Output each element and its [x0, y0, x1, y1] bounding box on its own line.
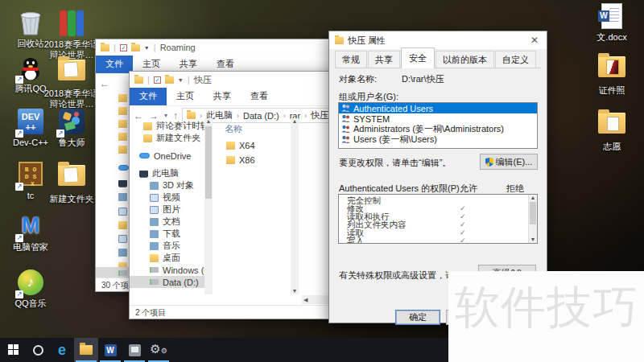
folder-icon [101, 44, 109, 51]
cortana-button[interactable] [26, 338, 50, 362]
desktop-icon-zhengjianzhao[interactable]: 证件照 [581, 51, 642, 96]
nav-item-downloads[interactable]: 下载 [130, 228, 204, 240]
permissions-listbox[interactable]: 完全控制 修改✓ 读取和执行✓ 列出文件夹内容✓ 读取✓ 写入✓ ▲ ▼ [338, 194, 538, 244]
quick-access-dropdown-icon[interactable]: ▼ [178, 77, 184, 83]
scroll-left-icon[interactable]: ◀ [303, 297, 308, 303]
file-list-scrollbar[interactable]: ▲ ▼ [291, 118, 299, 294]
desktop-wallpaper: 回收站 2018赛季华语辩论世界… ↗ 腾讯QQ 2018赛季华语辩论世界… D… [0, 0, 644, 362]
word-icon: W [105, 344, 117, 356]
column-header-name[interactable]: 名称 [225, 123, 242, 135]
desktop-icon-folder-2018[interactable]: 2018赛季华语辩论世界… [41, 55, 102, 109]
documents-icon [150, 218, 159, 226]
close-icon[interactable]: ✕ [528, 35, 541, 46]
desktop-icon-zhiyuan[interactable]: 志愿 [581, 108, 642, 152]
desktop-icon-ludashi[interactable]: ↗ 鲁大师 [41, 108, 102, 148]
group-row-selected[interactable]: Authenticated Users [339, 103, 537, 113]
tab-view[interactable]: 查看 [241, 88, 278, 105]
folder-icon [118, 221, 127, 229]
nav-item-network[interactable]: 网络 [130, 294, 204, 294]
icon-label: 证件照 [581, 85, 642, 96]
separator: | [114, 43, 116, 52]
nav-item-d-drive[interactable]: Data (D:) [130, 276, 204, 288]
nav-item-videos[interactable]: 视频 [130, 191, 204, 204]
nav-item-3d[interactable]: 3D 对象 [130, 179, 204, 191]
dos-icon: B OD S X ↗ [17, 162, 44, 189]
back-icon[interactable]: ← [100, 78, 109, 89]
folder-icon [226, 156, 235, 164]
shortcut-badge: ↗ [15, 290, 23, 298]
nav-item-music[interactable]: 音乐 [130, 240, 204, 252]
scroll-up-icon[interactable]: ▲ [204, 118, 213, 124]
nav-item-pictures[interactable]: 图片 [130, 204, 204, 216]
desktop-icon-new-folder[interactable]: 新建文件夹 [41, 160, 102, 204]
permission-row: 写入✓ [339, 237, 537, 244]
folder-icon [58, 60, 85, 87]
nav-item-documents[interactable]: 文档 [130, 216, 204, 228]
tab-file[interactable]: 文件 [96, 56, 133, 73]
taskbar-app-button[interactable] [122, 338, 147, 362]
edit-hint: 要更改权限，请单击“编辑”。 [339, 157, 451, 169]
nav-item-c-drive[interactable]: Windows (C:) [130, 264, 204, 276]
dialog-titlebar[interactable]: 快压 属性 ✕ [329, 31, 547, 49]
breadcrumb-kuaiya[interactable]: 快压 [311, 109, 328, 121]
nav-item-desktop[interactable]: 桌面 [130, 252, 204, 264]
scroll-up-icon[interactable]: ▲ [529, 195, 537, 200]
nav-pane[interactable]: 辩论赛计时软件 新建文件夹 OneDrive 此电脑 3D 对象 视频 图片 文… [130, 118, 204, 294]
groups-listbox[interactable]: Authenticated Users SYSTEM Administrator… [338, 102, 538, 149]
tab-file[interactable]: 文件 [130, 88, 167, 105]
taskbar-word-button[interactable]: W [98, 338, 122, 362]
scroll-down-icon[interactable]: ▼ [529, 237, 537, 242]
quick-access-folder-icon[interactable] [131, 44, 140, 51]
permissions-scrollbar[interactable]: ▲ ▼ [528, 195, 537, 243]
allow-checkmark: ✓ [460, 204, 466, 212]
tab-share[interactable]: 共享 [368, 51, 400, 68]
taskbar-settings-button[interactable]: ⚙⚙ [147, 338, 171, 362]
cortana-icon [33, 345, 43, 356]
quick-access-icon[interactable]: ✓ [120, 44, 127, 51]
tab-security[interactable]: 安全 [401, 47, 435, 68]
photo-folder-icon [598, 56, 625, 84]
desktop-icon-rar-file[interactable]: 2018赛季华语辩论世界… [41, 10, 102, 60]
quick-access-folder-icon[interactable] [165, 76, 174, 84]
folder-icon [118, 120, 127, 128]
taskbar-edge-button[interactable]: e [50, 338, 74, 362]
qq-music-icon: ♪ ↗ [17, 269, 44, 297]
group-icon [341, 125, 350, 134]
scroll-up-icon[interactable]: ▲ [291, 118, 299, 124]
quick-access-dropdown-icon[interactable]: ▼ [144, 45, 150, 51]
desktop-icon-docx[interactable]: W 文.docx [581, 2, 642, 43]
edit-button[interactable]: 编辑(E)... [480, 154, 538, 170]
file-row[interactable]: X64 [226, 141, 255, 150]
tab-home[interactable]: 主页 [167, 88, 204, 105]
drive-icon [118, 270, 127, 276]
breadcrumb-drive[interactable]: Data (D:) [243, 111, 279, 121]
nav-item-onedrive[interactable]: OneDrive [130, 150, 204, 162]
library-icon [118, 193, 127, 201]
library-icon [118, 249, 127, 257]
taskbar-explorer-button[interactable] [74, 338, 98, 362]
tab-share[interactable]: 共享 [204, 88, 241, 105]
ok-button[interactable]: 确定 [395, 310, 440, 325]
file-row[interactable]: X86 [226, 155, 255, 165]
gears-icon: ⚙⚙ [150, 343, 167, 357]
tab-customize[interactable]: 自定义 [495, 51, 536, 68]
desktop-icon-guanjia[interactable]: M ↗ 电脑管家 [0, 212, 61, 253]
nav-scrollbar[interactable]: ▲ [204, 118, 213, 294]
nav-item-this-pc[interactable]: 此电脑 [130, 167, 204, 179]
scroll-thumb[interactable] [205, 126, 212, 199]
desktop-icon-qqmusic[interactable]: ♪ ↗ QQ音乐 [0, 269, 61, 309]
permission-row: 读取✓ [339, 228, 537, 237]
quick-access-icon[interactable]: ✓ [154, 76, 161, 84]
archive-icon [58, 10, 85, 38]
group-row[interactable]: Users (姜一桐\Users) [339, 134, 537, 145]
nav-item[interactable]: 辩论赛计时软件 [130, 120, 204, 132]
nav-item[interactable]: 新建文件夹 [130, 132, 204, 144]
tab-general[interactable]: 常规 [335, 51, 367, 68]
app-icon [129, 344, 141, 356]
start-button[interactable] [2, 338, 26, 362]
scroll-thumb[interactable] [530, 202, 536, 224]
scroll-down-icon[interactable]: ▼ [291, 288, 299, 294]
folder-icon [118, 94, 127, 102]
tab-previous-versions[interactable]: 以前的版本 [436, 51, 494, 68]
nav-pane[interactable] [118, 89, 129, 290]
